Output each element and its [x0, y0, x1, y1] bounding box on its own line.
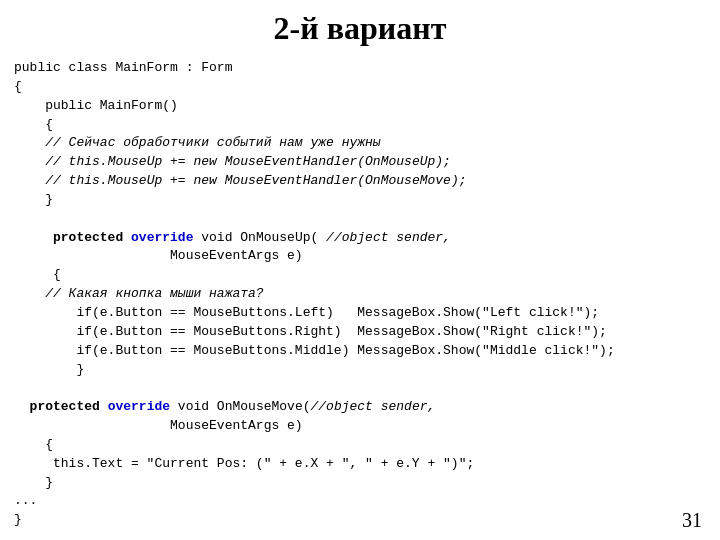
- code-block: public class MainForm : Form { public Ma…: [14, 59, 702, 530]
- code-line-1: public class MainForm : Form { public Ma…: [14, 60, 615, 527]
- page-number: 31: [682, 509, 702, 532]
- code-area: public class MainForm : Form { public Ma…: [0, 55, 720, 534]
- page-title: 2-й вариант: [0, 0, 720, 55]
